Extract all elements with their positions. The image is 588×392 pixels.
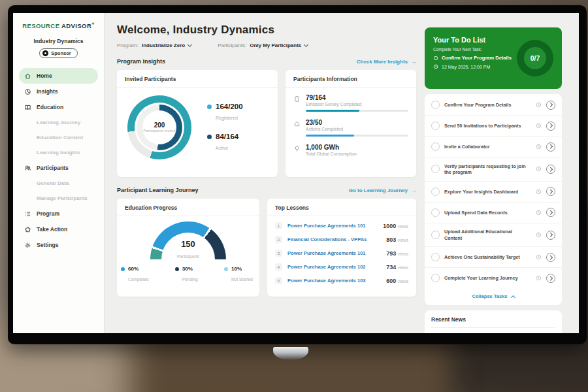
task-checkbox[interactable] — [431, 231, 440, 239]
info-value: 23/50 — [306, 119, 408, 126]
dashboard-screen: RESOURCE ADVISOR+ Industry Dynamics Spon… — [13, 13, 579, 333]
participants-icon — [24, 165, 31, 172]
task-row[interactable]: Complete Your Learning Journey — [425, 268, 562, 288]
task-open-button[interactable] — [546, 253, 555, 262]
program-filter[interactable]: Program: Industrialize Zero — [117, 42, 191, 48]
info-row-actions: 23/50 Actions Completed — [293, 119, 408, 137]
donut-center-value: 200 — [154, 122, 165, 129]
task-checkbox[interactable] — [431, 253, 440, 261]
legend-label: Completed — [128, 277, 148, 282]
lesson-row[interactable]: 3 Power Purchase Agreements 101 793 view… — [267, 246, 416, 260]
info-row-consumption: 1,000 GWh Total Global Consumption — [293, 144, 408, 156]
task-checkbox[interactable] — [431, 274, 440, 282]
task-open-button[interactable] — [546, 208, 555, 217]
go-to-learning-journey-link[interactable]: Go to Learning Journey → — [349, 188, 416, 193]
sponsor-badge[interactable]: Sponsor — [39, 48, 77, 58]
task-open-button[interactable] — [546, 142, 555, 152]
task-open-button[interactable] — [546, 274, 555, 283]
legend-not-started: 10% Not Started — [224, 266, 253, 284]
task-checkbox[interactable] — [431, 188, 440, 196]
sidebar-item-settings[interactable]: Settings — [19, 237, 98, 253]
lesson-row[interactable]: 1 Power Purchase Agreements 101 1000 vie… — [267, 219, 416, 233]
lesson-link[interactable]: Financial Considerations - VPPAs — [287, 237, 381, 242]
lesson-link[interactable]: Power Purchase Agreements 103 — [287, 278, 381, 284]
legend-dot-icon — [121, 267, 125, 271]
task-label: Invite a Collaborator — [444, 144, 531, 150]
sidebar-item-label: Participants — [37, 165, 69, 171]
home-icon — [24, 73, 31, 80]
task-checkbox[interactable] — [431, 101, 440, 109]
task-row[interactable]: Invite a Collaborator — [425, 137, 562, 157]
task-row[interactable]: Send 50 Invitations to Participants — [425, 116, 562, 137]
task-row[interactable]: Upload Additional Educational Content — [425, 223, 562, 248]
legend-value: 10% — [231, 266, 253, 272]
sidebar-item-take-action[interactable]: Take Action — [19, 221, 98, 237]
info-value: 1,000 GWh — [306, 144, 408, 151]
task-checkbox[interactable] — [431, 142, 440, 151]
sidebar-item-program[interactable]: Program — [19, 206, 98, 221]
section-title: Participant Learning Journey — [117, 187, 199, 193]
lesson-views-suffix: views — [398, 224, 408, 229]
sidebar-item-insights[interactable]: Insights — [19, 84, 98, 99]
clock-icon — [536, 232, 542, 238]
link-label: Check More Insights — [357, 59, 408, 65]
lesson-link[interactable]: Power Purchase Agreements 102 — [287, 264, 381, 270]
check-more-insights-link[interactable]: Check More Insights → — [357, 59, 416, 65]
legend-dot-icon — [175, 267, 179, 271]
task-icon — [433, 56, 438, 61]
donut-center: 200 Participants Invited — [142, 110, 176, 144]
legend-dot-icon — [224, 267, 228, 271]
education-progress-card: Education Progress 150 Participants 60% … — [117, 199, 259, 297]
filter-bar: Program: Industrialize Zero Participants… — [117, 42, 416, 48]
sidebar-item-education[interactable]: Education — [19, 99, 98, 115]
info-label: Actions Completed — [306, 127, 408, 131]
sidebar-item-learning-insights[interactable]: Learning Insights — [19, 145, 98, 160]
task-open-button[interactable] — [546, 122, 555, 131]
lesson-row[interactable]: 4 Power Purchase Agreements 102 734 view… — [267, 260, 416, 274]
participants-filter[interactable]: Participants: Only My Participants — [218, 42, 308, 48]
task-open-button[interactable] — [546, 165, 555, 174]
legend-label: Active — [216, 146, 228, 150]
todo-progress-value: 0/7 — [531, 54, 540, 62]
collapse-tasks-link[interactable]: Collapse Tasks — [425, 288, 562, 304]
sidebar-item-education-content[interactable]: Education Content — [19, 130, 98, 145]
task-label: Achieve One Sustainability Target — [444, 254, 531, 260]
info-label: Emission Survey Completed — [306, 102, 408, 106]
sidebar-item-manage-participants[interactable]: Manage Participants — [19, 191, 98, 206]
task-row[interactable]: Upload Spend Data Records — [425, 203, 562, 223]
program-insights-header: Program Insights Check More Insights → — [117, 58, 416, 65]
clock-icon — [536, 254, 542, 260]
lesson-row[interactable]: 5 Power Purchase Agreements 103 600 view… — [267, 274, 416, 287]
sidebar-item-label: Education Content — [37, 135, 83, 140]
task-row[interactable]: Confirm Your Program Details — [425, 95, 562, 116]
lesson-link[interactable]: Power Purchase Agreements 101 — [287, 250, 381, 256]
task-label: Upload Spend Data Records — [444, 210, 531, 216]
task-row[interactable]: Achieve One Sustainability Target — [425, 247, 562, 268]
lesson-row[interactable]: 2 Financial Considerations - VPPAs 803 v… — [267, 233, 416, 246]
todo-header-card: Your To Do List Complete Your Next Task:… — [425, 27, 562, 89]
gauge-legend: 60% Completed 30% Pending 10% Not Starte… — [117, 259, 259, 284]
todo-panel: Your To Do List Complete Your Next Task:… — [425, 13, 579, 333]
sidebar-item-home[interactable]: Home — [19, 68, 98, 84]
task-open-button[interactable] — [546, 101, 555, 110]
lesson-views-suffix: views — [398, 252, 408, 256]
learning-cards-row: Education Progress 150 Participants 60% … — [117, 199, 416, 297]
task-checkbox[interactable] — [431, 122, 440, 130]
task-checkbox[interactable] — [431, 165, 440, 173]
brand-plus: + — [91, 22, 95, 26]
sidebar-item-label: Take Action — [37, 226, 67, 233]
main-content: Welcome, Industry Dynamics Program: Indu… — [105, 13, 425, 333]
participants-filter-value: Only My Participants — [250, 42, 301, 48]
lesson-rank: 3 — [275, 250, 282, 257]
task-open-button[interactable] — [546, 231, 555, 240]
task-label: Confirm Your Program Details — [444, 102, 531, 108]
task-row[interactable]: Verify participants requesting to join t… — [425, 157, 562, 182]
sidebar-item-participants[interactable]: Participants — [19, 160, 98, 176]
task-open-button[interactable] — [546, 187, 555, 196]
lesson-link[interactable]: Power Purchase Agreements 101 — [287, 223, 378, 229]
consumption-icon — [293, 145, 301, 152]
sidebar-item-general-data[interactable]: General Data — [19, 176, 98, 191]
task-checkbox[interactable] — [431, 208, 440, 217]
task-row[interactable]: Explore Your Insights Dashboard — [425, 182, 562, 203]
sidebar-item-learning-journey[interactable]: Learning Journey — [19, 115, 98, 130]
